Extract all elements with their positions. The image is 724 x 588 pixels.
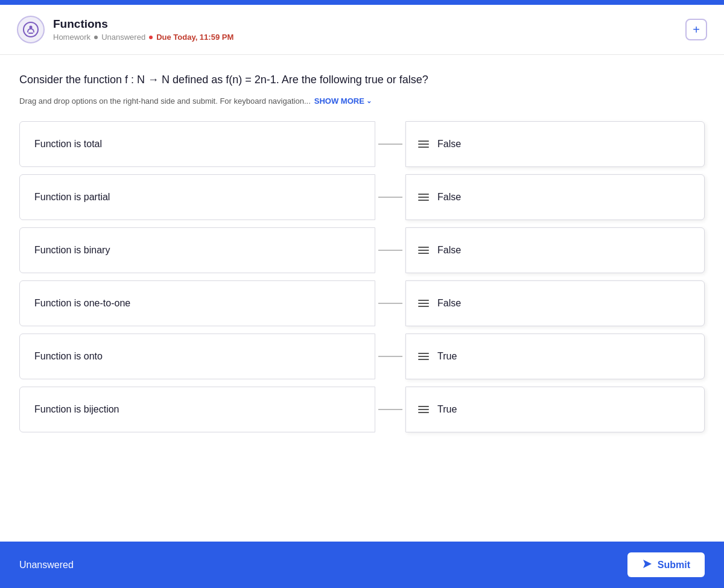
connector-line-0: [378, 144, 402, 145]
answer-text-2: False: [437, 245, 461, 256]
right-cell-5[interactable]: True: [405, 387, 705, 432]
drag-row[interactable]: Function is total False: [19, 121, 705, 167]
main-content: Consider the function f : N → N defined …: [0, 55, 724, 542]
handle-line-3: [418, 359, 429, 360]
left-label-1: Function is partial: [34, 192, 110, 203]
right-cell-3[interactable]: False: [405, 280, 705, 326]
left-label-0: Function is total: [34, 139, 102, 150]
svg-marker-2: [643, 560, 652, 568]
connector-line-5: [378, 409, 402, 410]
connector-line-3: [378, 303, 402, 304]
drag-row[interactable]: Function is partial False: [19, 174, 705, 220]
left-label-3: Function is one-to-one: [34, 298, 130, 309]
connector-line-2: [378, 250, 402, 251]
drag-handle-0[interactable]: [418, 141, 429, 148]
category-label: Homework: [53, 33, 91, 42]
handle-line-3: [418, 253, 429, 254]
right-cell-2[interactable]: False: [405, 227, 705, 273]
header-left: Functions Homework Unanswered Due Today,…: [17, 16, 233, 43]
header-meta: Homework Unanswered Due Today, 11:59 PM: [53, 33, 233, 42]
left-cell-5: Function is bijection: [19, 387, 375, 432]
app-icon: [17, 16, 45, 43]
rows-container: Function is total False Function is part…: [19, 121, 705, 432]
connector-0: [375, 121, 405, 167]
connector-4: [375, 334, 405, 379]
handle-line-1: [418, 406, 429, 407]
footer-status: Unanswered: [19, 560, 74, 571]
due-label: Due Today, 11:59 PM: [156, 33, 233, 42]
handle-line-1: [418, 141, 429, 142]
dot-separator-2: [149, 36, 153, 39]
right-cell-1[interactable]: False: [405, 174, 705, 220]
handle-line-3: [418, 200, 429, 201]
handle-line-3: [418, 412, 429, 413]
add-button[interactable]: +: [685, 19, 707, 40]
drag-handle-3[interactable]: [418, 300, 429, 307]
status-label: Unanswered: [101, 33, 145, 42]
handle-line-2: [418, 250, 429, 251]
handle-line-2: [418, 197, 429, 198]
left-cell-1: Function is partial: [19, 174, 375, 220]
connector-5: [375, 387, 405, 432]
handle-line-1: [418, 194, 429, 195]
top-bar: [0, 0, 724, 5]
answer-text-5: True: [437, 404, 457, 415]
handle-line-3: [418, 306, 429, 307]
connector-line-4: [378, 356, 402, 357]
submit-button[interactable]: Submit: [627, 552, 705, 577]
svg-point-1: [30, 26, 33, 29]
right-cell-0[interactable]: False: [405, 121, 705, 167]
handle-line-2: [418, 409, 429, 410]
submit-icon: [642, 558, 653, 571]
chevron-down-icon: ⌄: [366, 97, 372, 105]
drag-handle-5[interactable]: [418, 406, 429, 413]
instruction-row: Drag and drop options on the right-hand …: [19, 96, 705, 106]
answer-text-1: False: [437, 192, 461, 203]
svg-point-0: [24, 22, 38, 37]
footer-bar: Unanswered Submit: [0, 542, 724, 588]
page-title: Functions: [53, 17, 233, 31]
drag-handle-4[interactable]: [418, 353, 429, 360]
left-cell-2: Function is binary: [19, 227, 375, 273]
submit-label: Submit: [658, 560, 690, 571]
handle-line-1: [418, 247, 429, 248]
left-label-2: Function is binary: [34, 245, 110, 256]
drag-row[interactable]: Function is onto True: [19, 334, 705, 379]
left-label-4: Function is onto: [34, 351, 103, 362]
drag-row[interactable]: Function is bijection True: [19, 387, 705, 432]
handle-line-2: [418, 144, 429, 145]
left-label-5: Function is bijection: [34, 404, 119, 415]
dot-separator-1: [94, 36, 98, 39]
header: Functions Homework Unanswered Due Today,…: [0, 5, 724, 55]
instruction-text: Drag and drop options on the right-hand …: [19, 96, 311, 106]
handle-line-1: [418, 300, 429, 301]
answer-text-3: False: [437, 298, 461, 309]
handle-line-2: [418, 303, 429, 304]
left-cell-3: Function is one-to-one: [19, 280, 375, 326]
handle-line-2: [418, 356, 429, 357]
right-cell-4[interactable]: True: [405, 334, 705, 379]
connector-1: [375, 174, 405, 220]
drag-handle-1[interactable]: [418, 194, 429, 201]
left-cell-4: Function is onto: [19, 334, 375, 379]
header-info: Functions Homework Unanswered Due Today,…: [53, 17, 233, 42]
plus-icon: +: [693, 23, 700, 37]
answer-text-4: True: [437, 351, 457, 362]
show-more-label: SHOW MORE: [314, 96, 364, 106]
handle-line-3: [418, 147, 429, 148]
connector-3: [375, 280, 405, 326]
connector-2: [375, 227, 405, 273]
answer-text-0: False: [437, 139, 461, 150]
handle-line-1: [418, 353, 429, 354]
drag-row[interactable]: Function is binary False: [19, 227, 705, 273]
question-text: Consider the function f : N → N defined …: [19, 72, 705, 88]
drag-row[interactable]: Function is one-to-one False: [19, 280, 705, 326]
show-more-button[interactable]: SHOW MORE ⌄: [314, 96, 372, 106]
drag-handle-2[interactable]: [418, 247, 429, 254]
left-cell-0: Function is total: [19, 121, 375, 167]
connector-line-1: [378, 197, 402, 198]
